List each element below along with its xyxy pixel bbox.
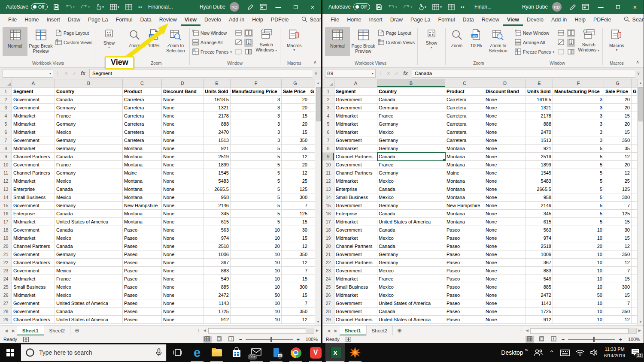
cell-F13[interactable]: 5 — [553, 185, 604, 193]
zoom-slider[interactable] — [568, 339, 615, 340]
cell-C14[interactable]: Montana — [445, 193, 484, 202]
cell-F15[interactable]: 5 — [553, 202, 604, 210]
cell-G13[interactable]: 125 — [282, 185, 309, 193]
cell-G3[interactable]: 20 — [282, 104, 309, 112]
insert-function-button[interactable]: fx — [81, 70, 85, 76]
cell-D23[interactable]: None — [162, 267, 204, 275]
reset-window-position-button[interactable] — [244, 48, 253, 56]
zoom-button[interactable]: Zoom — [447, 27, 467, 56]
cell-E7[interactable]: 1513 — [526, 136, 553, 145]
close-button[interactable]: × — [304, 0, 321, 14]
cell-E19[interactable]: 974 — [526, 234, 553, 242]
cell-A1[interactable]: Segment — [12, 87, 55, 96]
row-header-19[interactable]: 19 — [322, 234, 334, 242]
tab-file[interactable]: File — [4, 14, 21, 26]
cell-F22[interactable]: 10 — [231, 259, 282, 267]
cell-B4[interactable]: France — [55, 112, 123, 120]
reset-window-position-button[interactable] — [567, 48, 575, 56]
minimize-button[interactable]: — — [592, 0, 609, 14]
ribbon-display-options-button[interactable] — [260, 4, 267, 10]
cell-E3[interactable]: 1321 — [526, 104, 553, 112]
cell-G26[interactable]: 15 — [282, 291, 309, 299]
cell-E22[interactable]: 367 — [526, 259, 553, 267]
hide-button[interactable] — [234, 39, 243, 47]
formula-bar-input[interactable]: Canada — [412, 69, 635, 78]
cell-A2[interactable]: Government — [12, 96, 55, 104]
cell-partial-H7[interactable] — [309, 136, 315, 145]
cell-F28[interactable]: 10 — [231, 308, 282, 316]
cell-C19[interactable]: Paseo — [123, 234, 162, 242]
row-header-3[interactable]: 3 — [0, 104, 12, 112]
cell-G11[interactable]: 12 — [282, 169, 309, 177]
microphone-icon[interactable] — [156, 348, 162, 357]
cell-D28[interactable]: None — [162, 308, 204, 316]
cell-partial-H27[interactable] — [632, 299, 638, 308]
cell-A2[interactable]: Government — [334, 96, 377, 104]
cell-E4[interactable]: 2178 — [204, 112, 231, 120]
cell-F24[interactable]: 10 — [553, 275, 604, 283]
cell-A5[interactable]: Midmarket — [334, 120, 377, 128]
borders-button[interactable] — [125, 4, 132, 10]
taskbar-app-file-explorer[interactable] — [207, 343, 227, 362]
cell-E12[interactable]: 5483 — [526, 177, 553, 185]
cell-C23[interactable]: Paseo — [123, 267, 162, 275]
cell-D10[interactable]: None — [162, 161, 204, 169]
cell-G3[interactable]: 20 — [604, 104, 632, 112]
hide-button[interactable] — [556, 39, 565, 47]
cell-B17[interactable]: United States of America — [55, 218, 123, 226]
cell-C2[interactable]: Carretera — [123, 96, 162, 104]
cell-G11[interactable]: 12 — [604, 169, 632, 177]
cell-A28[interactable]: Government — [334, 308, 377, 316]
tab-home[interactable]: Home — [21, 14, 43, 26]
column-header-C[interactable]: C — [123, 79, 162, 87]
column-header-partial[interactable] — [309, 79, 315, 87]
cell-F7[interactable]: 3 — [553, 136, 604, 145]
cell-F27[interactable]: 10 — [231, 299, 282, 308]
autosave-toggle[interactable]: Off — [31, 3, 48, 10]
close-button[interactable]: × — [626, 0, 644, 14]
column-header-B[interactable]: B — [377, 79, 445, 87]
cell-G6[interactable]: 15 — [604, 128, 632, 136]
cell-G25[interactable]: 300 — [604, 283, 632, 291]
cell-E17[interactable]: 615 — [526, 218, 553, 226]
cell-E29[interactable]: 912 — [204, 316, 231, 324]
cell-partial-H9[interactable] — [632, 153, 638, 161]
cell-B12[interactable]: Mexico — [377, 177, 445, 185]
row-header-20[interactable]: 20 — [0, 242, 12, 250]
tab-add-in[interactable]: Add-in — [547, 14, 571, 26]
row-header-13[interactable]: 13 — [0, 185, 12, 193]
cell-A6[interactable]: Midmarket — [12, 128, 55, 136]
cell-partial-H18[interactable] — [309, 226, 315, 234]
cell-partial-H17[interactable] — [309, 218, 315, 226]
formula-bar-input[interactable]: Segment — [89, 69, 313, 78]
horizontal-scrollbar[interactable]: ◀ ▶ — [523, 326, 644, 335]
cell-G16[interactable]: 125 — [604, 210, 632, 218]
taskbar-app-mail[interactable]: 99+ — [246, 343, 266, 362]
taskbar-app-edge[interactable]: e — [187, 343, 207, 362]
cell-F28[interactable]: 10 — [553, 308, 604, 316]
row-header-2[interactable]: 2 — [322, 96, 334, 104]
taskbar-app-orange-app[interactable] — [345, 343, 365, 362]
cell-F23[interactable]: 10 — [553, 267, 604, 275]
cell-C13[interactable]: Montana — [445, 185, 484, 193]
cell-partial-H3[interactable] — [309, 104, 315, 112]
row-header-25[interactable]: 25 — [322, 283, 334, 291]
cell-F1[interactable]: Manufacturing Price — [231, 87, 282, 96]
cell-B15[interactable]: Germany — [55, 202, 123, 210]
zoom-out-button[interactable]: − — [239, 336, 243, 343]
cell-G10[interactable]: 20 — [282, 161, 309, 169]
tab-pdfele[interactable]: PDFele — [589, 14, 615, 26]
cell-B14[interactable]: Mexico — [55, 193, 123, 202]
cell-partial-H25[interactable] — [309, 283, 315, 291]
name-box-dropdown-icon[interactable]: ▾ — [372, 72, 374, 75]
cell-B16[interactable]: Canada — [377, 210, 445, 218]
cell-C15[interactable]: New Hampshire — [123, 202, 162, 210]
cell-C5[interactable]: Carretera — [445, 120, 484, 128]
save-button[interactable] — [53, 4, 60, 10]
cell-G24[interactable]: 15 — [282, 275, 309, 283]
cell-B28[interactable]: Canada — [377, 308, 445, 316]
row-header-16[interactable]: 16 — [322, 210, 334, 218]
cell-F9[interactable]: 5 — [231, 153, 282, 161]
column-header-D[interactable]: D — [162, 79, 204, 87]
cell-F26[interactable]: 50 — [553, 291, 604, 299]
